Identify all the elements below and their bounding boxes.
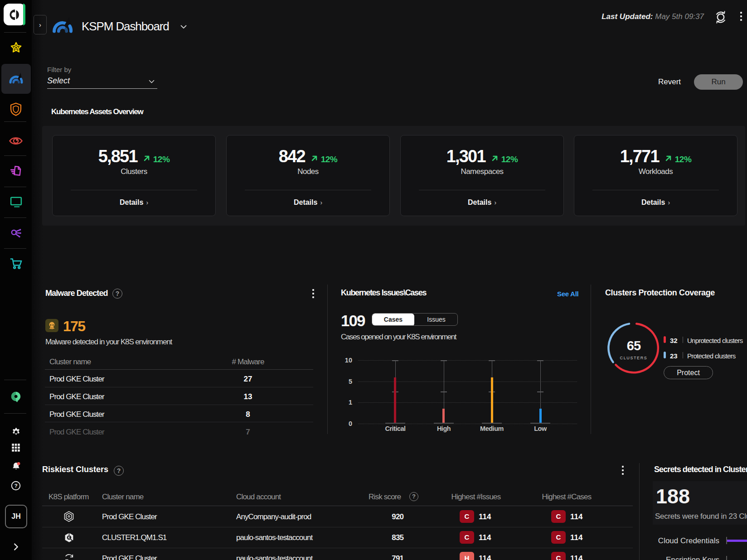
svg-text:?: ?	[14, 483, 17, 488]
